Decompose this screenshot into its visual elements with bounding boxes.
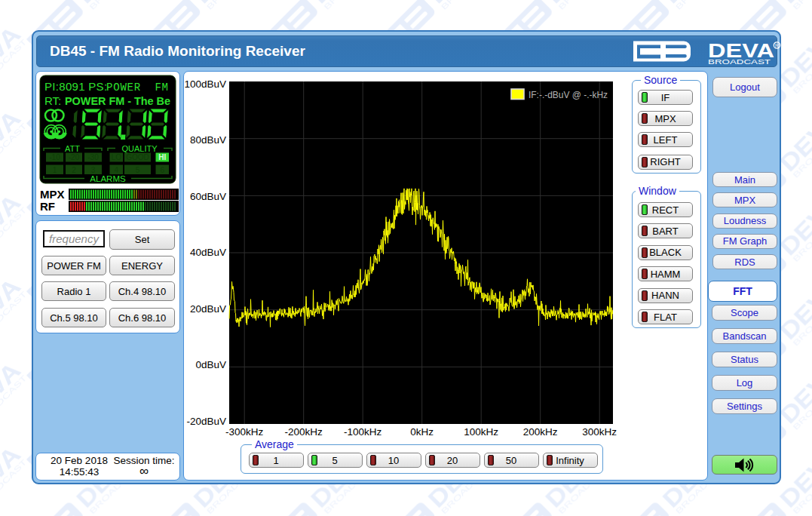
svg-text:0dBuV: 0dBuV bbox=[195, 359, 226, 370]
svg-text:BROADCAST: BROADCAST bbox=[708, 57, 771, 65]
svg-text:80dBuV: 80dBuV bbox=[190, 134, 226, 146]
svg-text:-20: -20 bbox=[69, 153, 80, 161]
svg-text:PI:8091 PS:: PI:8091 PS: bbox=[44, 80, 107, 93]
svg-text:0kHz: 0kHz bbox=[410, 426, 434, 438]
svg-text:20dBuV: 20dBuV bbox=[190, 303, 226, 315]
svg-text:1: 1 bbox=[53, 166, 57, 174]
svg-text:3: 3 bbox=[91, 166, 96, 174]
svg-text:100dBuV: 100dBuV bbox=[184, 78, 226, 90]
svg-text:40dBuV: 40dBuV bbox=[190, 247, 226, 258]
svg-text:RT:: RT: bbox=[44, 94, 61, 107]
svg-text:4: 4 bbox=[114, 166, 118, 174]
svg-text:MPX: MPX bbox=[40, 188, 65, 201]
svg-text:LO: LO bbox=[112, 153, 122, 161]
svg-text:POWER FM - The Be: POWER FM - The Be bbox=[65, 94, 170, 107]
svg-text:-20dBuV: -20dBuV bbox=[186, 416, 226, 427]
svg-text:-100kHz: -100kHz bbox=[344, 426, 382, 438]
svg-text:POWER FM: POWER FM bbox=[106, 81, 169, 94]
svg-text:R: R bbox=[775, 43, 779, 48]
svg-text:-200kHz: -200kHz bbox=[285, 426, 323, 438]
svg-text:ALARMS: ALARMS bbox=[90, 174, 126, 183]
svg-text:200kHz: 200kHz bbox=[523, 426, 558, 438]
svg-text:2: 2 bbox=[72, 166, 76, 174]
svg-text:GOOD: GOOD bbox=[126, 153, 149, 161]
svg-text:-30: -30 bbox=[87, 153, 99, 161]
svg-text:100kHz: 100kHz bbox=[464, 426, 498, 438]
svg-text:ATT: ATT bbox=[65, 144, 80, 153]
svg-text:RF: RF bbox=[40, 200, 55, 213]
svg-text:IF:-.-dBuV @ -.-kHz: IF:-.-dBuV @ -.-kHz bbox=[529, 89, 608, 100]
svg-text:60dBuV: 60dBuV bbox=[190, 191, 226, 202]
svg-text:QUALITY: QUALITY bbox=[121, 144, 158, 153]
svg-text:HI: HI bbox=[158, 153, 166, 161]
svg-text:-10: -10 bbox=[49, 153, 60, 161]
svg-text:6: 6 bbox=[160, 166, 164, 174]
svg-text:300kHz: 300kHz bbox=[582, 426, 617, 438]
svg-text:5: 5 bbox=[136, 166, 140, 174]
svg-text:-300kHz: -300kHz bbox=[225, 426, 264, 438]
